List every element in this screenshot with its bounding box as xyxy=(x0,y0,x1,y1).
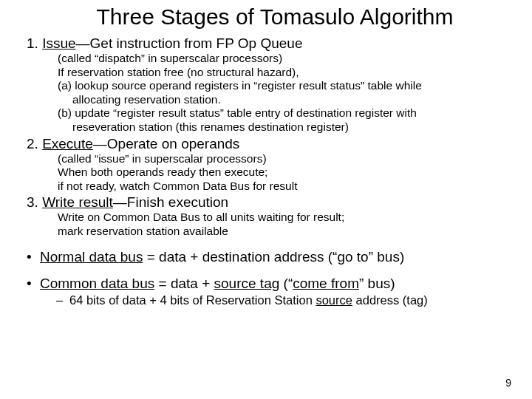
bullet1-post: = data + destination address (“go to” bu… xyxy=(143,249,404,265)
stage3-line1: Write on Common Data Bus to all units wa… xyxy=(58,211,505,225)
bullet1-underline: Normal data bus xyxy=(40,249,143,265)
stage1-underline: Issue xyxy=(42,35,75,51)
stage1-line1: (called “dispatch” in superscalar proces… xyxy=(58,52,505,66)
stage2-pre: 2. xyxy=(27,136,42,151)
subbullet-post: address (tag) xyxy=(352,293,428,307)
stage1-pre: 1. xyxy=(27,35,42,51)
stage3-line2: mark reservation station available xyxy=(58,225,505,239)
page-number: 9 xyxy=(505,377,511,389)
stage1-line4: (b) update “register result status” tabl… xyxy=(58,106,505,120)
bullet2-mid1: = data + xyxy=(154,276,214,291)
stage2-heading: 2. Execute—Operate on operands xyxy=(27,136,505,152)
stage1-line2: If reservation station free (no structur… xyxy=(58,66,505,80)
slide: Three Stages of Tomasulo Algorithm 1. Is… xyxy=(0,0,532,399)
slide-title: Three Stages of Tomasulo Algorithm xyxy=(27,4,505,30)
bullet2-u3: come from xyxy=(293,276,359,291)
stage2-underline: Execute xyxy=(42,136,93,151)
bullet2-post: ” bus) xyxy=(359,276,395,291)
stage3-heading: 3. Write result—Finish execution xyxy=(27,194,505,211)
stage3-underline: Write result xyxy=(42,194,113,210)
stage2-line2: When both operands ready then execute; xyxy=(58,166,505,180)
bullet-normal-data-bus: •Normal data bus = data + destination ad… xyxy=(27,249,505,265)
subbullet-pre: 64 bits of data + 4 bits of Reservation … xyxy=(69,293,316,307)
sub-bullet-bits: –64 bits of data + 4 bits of Reservation… xyxy=(56,293,505,307)
stage2-post: —Operate on operands xyxy=(93,136,240,151)
stage1-line4b: reseveration station (this renames desti… xyxy=(72,120,505,134)
stage3-pre: 3. xyxy=(27,194,42,210)
stage2-line3: if not ready, watch Common Data Bus for … xyxy=(58,180,505,194)
bullet-dot-icon: • xyxy=(27,276,40,292)
bullet-dot-icon: • xyxy=(27,249,40,265)
bullet-common-data-bus: •Common data bus = data + source tag (“c… xyxy=(27,276,505,292)
stage1-heading: 1. Issue—Get instruction from FP Op Queu… xyxy=(27,35,505,52)
bullet2-u2: source tag xyxy=(214,276,280,291)
stage1-line3b: allocating reservation station. xyxy=(72,93,505,107)
subbullet-underline: source xyxy=(316,293,352,307)
bullet2-u1: Common data bus xyxy=(40,276,154,291)
stage1-line3: (a) lookup source operand registers in “… xyxy=(58,79,505,93)
bullet2-mid2: (“ xyxy=(279,276,293,291)
stage3-post: —Finish execution xyxy=(113,194,228,210)
stage1-post: —Get instruction from FP Op Queue xyxy=(76,35,303,51)
stage2-line1: (called “issue” in superscalar processor… xyxy=(58,152,505,166)
dash-icon: – xyxy=(56,293,69,307)
